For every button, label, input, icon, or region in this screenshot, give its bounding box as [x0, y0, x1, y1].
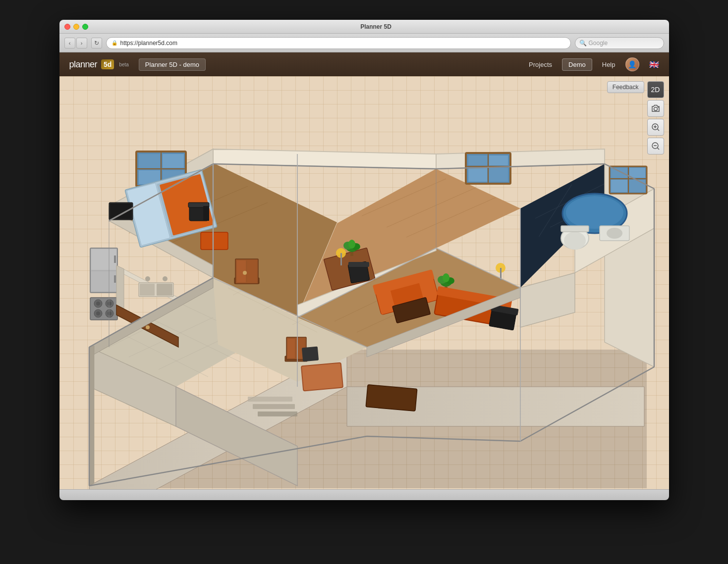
svg-rect-62 [629, 168, 645, 178]
svg-rect-174 [658, 107, 659, 108]
svg-rect-47 [139, 154, 160, 168]
svg-rect-54 [468, 155, 487, 165]
svg-point-83 [108, 302, 112, 306]
svg-rect-64 [629, 180, 645, 192]
svg-point-85 [96, 311, 100, 315]
svg-rect-92 [157, 284, 172, 296]
svg-rect-79 [90, 298, 117, 320]
svg-rect-63 [611, 180, 627, 192]
titlebar: Planner 5D [59, 20, 669, 34]
svg-rect-102 [201, 232, 228, 250]
svg-point-94 [163, 276, 168, 281]
svg-rect-75 [91, 249, 116, 270]
svg-point-123 [348, 240, 355, 249]
svg-rect-76 [91, 271, 116, 291]
browser-toolbar: ‹ › ↻ 🔒 https://planner5d.com 🔍 Google [59, 34, 669, 52]
svg-point-173 [654, 107, 657, 111]
svg-rect-72 [287, 339, 295, 358]
svg-rect-146 [301, 347, 318, 362]
svg-marker-41 [520, 273, 575, 327]
app-header: planner 5d beta Planner 5D - demo Projec… [59, 52, 669, 76]
svg-point-138 [564, 232, 586, 250]
search-icon: 🔍 [579, 40, 587, 47]
2d-view-button[interactable]: 2D [647, 81, 664, 98]
zoom-out-button[interactable] [647, 138, 664, 154]
nav-buttons: ‹ › [64, 38, 87, 49]
language-flag[interactable]: 🇬🇧 [649, 60, 659, 69]
svg-line-178 [657, 129, 659, 131]
header-nav: Projects Demo Help 👤 🇬🇧 [529, 57, 659, 71]
svg-rect-91 [140, 284, 155, 296]
feedback-button[interactable]: Feedback [607, 81, 644, 93]
svg-point-97 [146, 325, 150, 329]
svg-rect-48 [163, 154, 184, 168]
svg-rect-78 [114, 275, 116, 283]
svg-rect-57 [489, 168, 508, 182]
svg-marker-89 [116, 265, 124, 308]
demo-button[interactable]: Demo [562, 58, 592, 71]
zoom-in-icon [651, 123, 660, 132]
svg-point-87 [108, 311, 112, 315]
svg-rect-107 [203, 206, 209, 221]
camera-button[interactable] [647, 100, 664, 117]
svg-point-81 [96, 302, 100, 306]
window-title: Planner 5D [88, 23, 664, 30]
close-button[interactable] [64, 24, 70, 30]
logo-box: 5d [101, 59, 114, 69]
camera-icon [651, 104, 660, 112]
svg-rect-142 [248, 397, 292, 402]
minimize-button[interactable] [73, 24, 79, 30]
svg-rect-110 [348, 262, 369, 267]
svg-rect-55 [489, 155, 508, 165]
url-text: https://planner5d.com [120, 40, 177, 47]
reload-button[interactable]: ↻ [91, 38, 102, 49]
maximize-button[interactable] [82, 24, 88, 30]
avatar[interactable]: 👤 [625, 57, 639, 71]
svg-rect-104 [110, 204, 132, 219]
back-button[interactable]: ‹ [64, 38, 75, 49]
search-placeholder: Google [589, 40, 608, 47]
status-bar [59, 489, 669, 500]
svg-rect-56 [468, 168, 487, 182]
browser-window: Planner 5D ‹ › ↻ 🔒 https://planner5d.com… [59, 20, 669, 500]
logo-area: planner 5d beta [69, 59, 129, 70]
floor-plan-3d [59, 76, 669, 489]
zoom-out-icon [651, 142, 660, 151]
search-bar[interactable]: 🔍 Google [575, 37, 664, 49]
svg-point-136 [566, 196, 623, 229]
svg-line-181 [657, 148, 659, 150]
traffic-lights [64, 24, 88, 30]
projects-link[interactable]: Projects [529, 61, 552, 68]
help-link[interactable]: Help [602, 61, 616, 68]
logo-text: planner [69, 59, 98, 70]
svg-point-128 [443, 273, 449, 282]
svg-rect-124 [350, 252, 353, 256]
right-toolbar: 2D [647, 81, 664, 154]
svg-rect-139 [561, 226, 589, 232]
svg-rect-68 [247, 260, 257, 282]
svg-rect-61 [611, 168, 627, 178]
svg-point-93 [145, 276, 150, 281]
svg-rect-77 [114, 256, 116, 263]
beta-badge: beta [119, 62, 128, 67]
svg-marker-152 [89, 346, 94, 486]
lock-icon: 🔒 [112, 40, 117, 46]
svg-rect-147 [366, 385, 417, 411]
svg-rect-143 [253, 404, 295, 409]
url-bar[interactable]: 🔒 https://planner5d.com [106, 37, 571, 49]
svg-rect-145 [301, 363, 342, 391]
zoom-in-button[interactable] [647, 119, 664, 136]
svg-rect-144 [258, 411, 297, 416]
project-name[interactable]: Planner 5D - demo [139, 58, 206, 71]
svg-point-141 [607, 228, 622, 239]
svg-point-69 [243, 271, 247, 275]
forward-button[interactable]: › [76, 38, 87, 49]
svg-rect-117 [340, 253, 342, 265]
main-canvas[interactable]: Feedback 2D [59, 76, 669, 489]
